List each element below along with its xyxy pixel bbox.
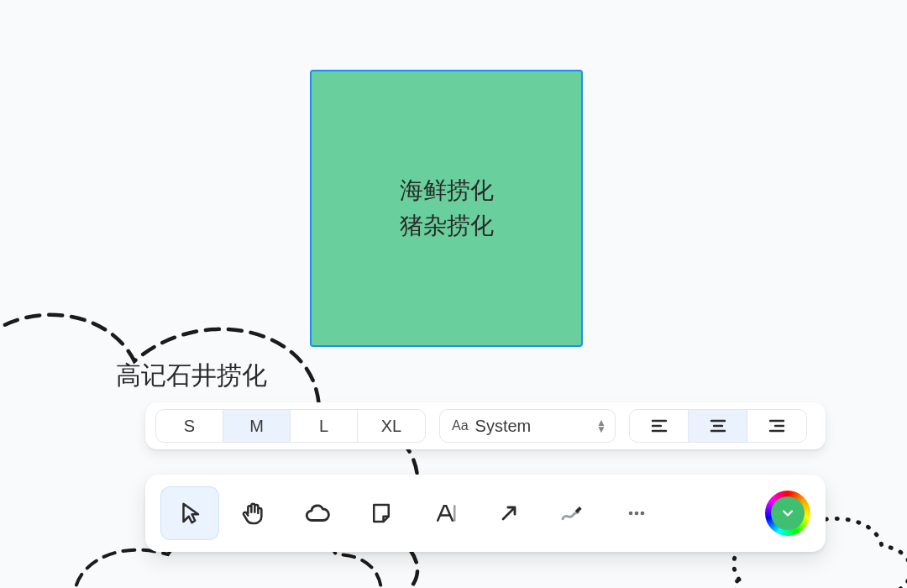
pointer-icon xyxy=(177,501,202,526)
font-prefix-icon: Aa xyxy=(452,418,469,433)
font-selector[interactable]: Aa System ▲▼ xyxy=(439,409,616,443)
size-option-l[interactable]: L xyxy=(291,410,358,442)
cloud-icon xyxy=(303,499,332,528)
size-option-s[interactable]: S xyxy=(156,410,223,442)
size-option-m[interactable]: M xyxy=(223,410,291,442)
text-icon xyxy=(433,501,458,526)
font-value: System xyxy=(475,417,532,436)
cloud-shape-label[interactable]: 高记石井捞化 xyxy=(116,359,267,393)
text-tool[interactable] xyxy=(416,486,474,540)
note-icon xyxy=(369,501,394,526)
align-left-icon xyxy=(649,416,669,436)
size-selector: S M L XL xyxy=(155,409,426,443)
draw-tool[interactable] xyxy=(543,486,602,540)
shape-options-bar: S M L XL Aa System ▲▼ xyxy=(145,402,826,449)
align-left-button[interactable] xyxy=(630,410,689,442)
note-tool[interactable] xyxy=(352,486,411,540)
color-picker-button[interactable] xyxy=(765,491,810,536)
align-center-button[interactable] xyxy=(689,410,747,442)
align-right-button[interactable] xyxy=(747,410,806,442)
hand-icon xyxy=(240,500,267,527)
svg-point-12 xyxy=(641,512,645,516)
cloud-tool[interactable] xyxy=(288,486,347,540)
hand-tool[interactable] xyxy=(224,486,283,540)
align-right-icon xyxy=(767,416,787,436)
svg-point-10 xyxy=(629,512,633,516)
chevron-down-icon xyxy=(779,505,796,522)
more-tool[interactable] xyxy=(607,486,666,540)
pointer-tool[interactable] xyxy=(160,486,219,540)
svg-point-11 xyxy=(635,512,639,516)
sticky-note-green[interactable]: 海鲜捞化 猪杂捞化 xyxy=(310,70,583,347)
main-toolbar xyxy=(145,475,826,552)
draw-icon xyxy=(559,500,586,527)
align-center-icon xyxy=(708,416,728,436)
current-color-swatch xyxy=(771,496,805,530)
arrow-icon xyxy=(497,501,521,525)
size-option-xl[interactable]: XL xyxy=(358,410,425,442)
align-selector xyxy=(629,409,807,443)
arrow-tool[interactable] xyxy=(480,486,538,540)
more-icon xyxy=(625,501,648,525)
stepper-icon: ▲▼ xyxy=(596,419,606,433)
sticky-note-text: 海鲜捞化 猪杂捞化 xyxy=(400,173,494,244)
